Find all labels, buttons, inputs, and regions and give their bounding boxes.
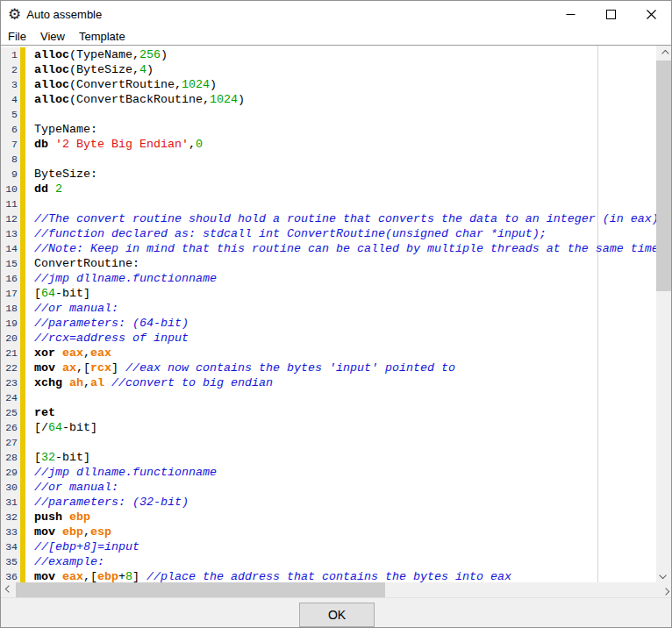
ok-button[interactable]: OK [299, 603, 375, 627]
code-text: alloc(ConvertBackRoutine,1024) [25, 92, 245, 107]
line-number: 2 [1, 62, 20, 77]
code-line[interactable]: 4alloc(ConvertBackRoutine,1024) [1, 92, 656, 107]
line-number: 13 [1, 226, 20, 241]
code-line[interactable]: 22mov ax,[rcx] //eax now contains the by… [1, 360, 656, 375]
code-line[interactable]: 16//jmp dllname.functionname [1, 271, 656, 286]
code-line[interactable]: 13//function declared as: stdcall int Co… [1, 226, 656, 241]
code-text: //Note: Keep in mind that this routine c… [25, 241, 656, 256]
code-line[interactable]: 30//or manual: [1, 480, 656, 495]
window-controls [550, 1, 671, 27]
code-text [25, 107, 34, 122]
code-text: //or manual: [25, 301, 118, 316]
code-text: [32-bit] [25, 450, 90, 465]
chevron-right-icon [661, 588, 668, 595]
code-line[interactable]: 6TypeName: [1, 122, 656, 137]
code-lines: 1alloc(TypeName,256)2alloc(ByteSize,4)3a… [1, 46, 656, 582]
line-number: 19 [1, 316, 20, 331]
cheat-engine-gear-icon: ⚙ [8, 7, 21, 22]
code-line[interactable]: 21xor eax,eax [1, 346, 656, 360]
horizontal-scrollbar-thumb[interactable] [16, 582, 385, 597]
code-text [25, 390, 34, 405]
code-text: mov ax,[rcx] //eax now contains the byte… [25, 360, 455, 375]
horizontal-scrollbar[interactable] [1, 582, 672, 597]
footer-panel: OK [1, 597, 672, 628]
code-line[interactable]: 7db '2 Byte Big Endian',0 [1, 137, 656, 152]
line-number: 22 [1, 360, 20, 375]
code-line[interactable]: 27 [1, 435, 656, 450]
code-editor[interactable]: 1alloc(TypeName,256)2alloc(ByteSize,4)3a… [1, 45, 656, 582]
code-line[interactable]: 9ByteSize: [1, 167, 656, 182]
code-line[interactable]: 10dd 2 [1, 182, 656, 196]
scroll-down-button[interactable] [656, 567, 671, 582]
code-line[interactable]: 8 [1, 152, 656, 167]
line-number: 8 [1, 152, 20, 167]
code-line[interactable]: 28[32-bit] [1, 450, 656, 465]
code-line[interactable]: 18//or manual: [1, 301, 656, 316]
menu-view[interactable]: View [33, 28, 72, 45]
code-line[interactable]: 17[64-bit] [1, 286, 656, 301]
code-line[interactable]: 36mov eax,[ebp+8] //place the address th… [1, 569, 656, 582]
code-line[interactable]: 15ConvertRoutine: [1, 256, 656, 271]
line-number: 6 [1, 122, 20, 137]
code-text: //function declared as: stdcall int Conv… [25, 226, 547, 241]
line-number: 12 [1, 211, 20, 226]
scroll-left-button[interactable] [1, 582, 16, 597]
menu-template[interactable]: Template [72, 28, 132, 45]
code-text: mov eax,[ebp+8] //place the address that… [25, 569, 511, 582]
line-number: 21 [1, 346, 20, 360]
code-line[interactable]: 3alloc(ConvertRoutine,1024) [1, 77, 656, 92]
code-text: alloc(TypeName,256) [25, 47, 168, 62]
code-line[interactable]: 2alloc(ByteSize,4) [1, 62, 656, 77]
window-title: Auto assemble [26, 8, 102, 21]
code-text [25, 152, 34, 167]
line-number: 11 [1, 196, 20, 211]
code-line[interactable]: 31//parameters: (32-bit) [1, 495, 656, 510]
code-text: //parameters: (64-bit) [25, 316, 189, 331]
line-number: 23 [1, 375, 20, 390]
code-text: TypeName: [25, 122, 97, 137]
code-line[interactable]: 5 [1, 107, 656, 122]
code-text: alloc(ConvertRoutine,1024) [25, 77, 217, 92]
auto-assemble-window: ⚙ Auto assemble File View Template 1allo… [0, 0, 672, 628]
line-number: 16 [1, 271, 20, 286]
code-line[interactable]: 14//Note: Keep in mind that this routine… [1, 241, 656, 256]
code-line[interactable]: 20//rcx=address of input [1, 331, 656, 346]
code-line[interactable]: 34//[ebp+8]=input [1, 539, 656, 554]
minimize-button[interactable] [550, 1, 590, 27]
maximize-button[interactable] [590, 1, 631, 27]
code-line[interactable]: 24 [1, 390, 656, 405]
close-button[interactable] [631, 1, 671, 27]
code-text: //The convert routine should hold a rout… [25, 211, 656, 226]
code-text: dd 2 [25, 182, 62, 196]
line-number: 14 [1, 241, 20, 256]
code-text [25, 435, 34, 450]
code-line[interactable]: 26[/64-bit] [1, 420, 656, 435]
vertical-scrollbar[interactable] [656, 45, 671, 582]
line-number: 25 [1, 405, 20, 420]
code-line[interactable]: 23xchg ah,al //convert to big endian [1, 375, 656, 390]
code-text: push ebp [25, 510, 90, 525]
menu-bar: File View Template [1, 27, 671, 45]
line-number: 28 [1, 450, 20, 465]
vertical-scrollbar-thumb[interactable] [656, 61, 671, 291]
code-line[interactable]: 25ret [1, 405, 656, 420]
maximize-icon [606, 10, 616, 19]
code-line[interactable]: 32push ebp [1, 510, 656, 525]
line-number: 9 [1, 167, 20, 182]
code-line[interactable]: 29//jmp dllname.functionname [1, 465, 656, 480]
code-line[interactable]: 12//The convert routine should hold a ro… [1, 211, 656, 226]
code-line[interactable]: 33mov ebp,esp [1, 525, 656, 539]
code-line[interactable]: 19//parameters: (64-bit) [1, 316, 656, 331]
code-text: [/64-bit] [25, 420, 97, 435]
menu-file[interactable]: File [1, 28, 33, 45]
scroll-up-button[interactable] [656, 46, 671, 61]
line-number: 30 [1, 480, 20, 495]
code-text: //parameters: (32-bit) [25, 495, 189, 510]
line-number: 10 [1, 182, 20, 196]
code-text: ByteSize: [25, 167, 97, 182]
code-line[interactable]: 1alloc(TypeName,256) [1, 47, 656, 62]
code-line[interactable]: 11 [1, 196, 656, 211]
code-line[interactable]: 35//example: [1, 554, 656, 569]
scroll-right-button[interactable] [658, 582, 672, 597]
title-bar[interactable]: ⚙ Auto assemble [1, 1, 671, 27]
